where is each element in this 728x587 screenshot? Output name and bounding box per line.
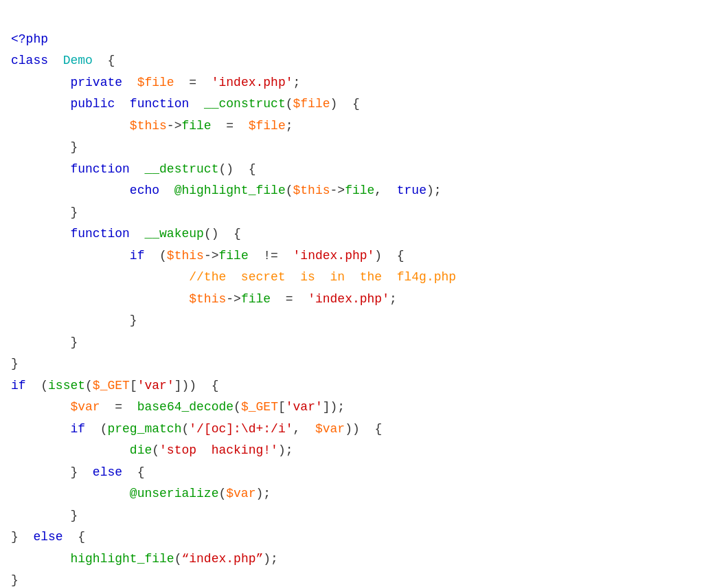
code-display: <?php class Demo { private $file = 'inde… xyxy=(11,7,717,587)
